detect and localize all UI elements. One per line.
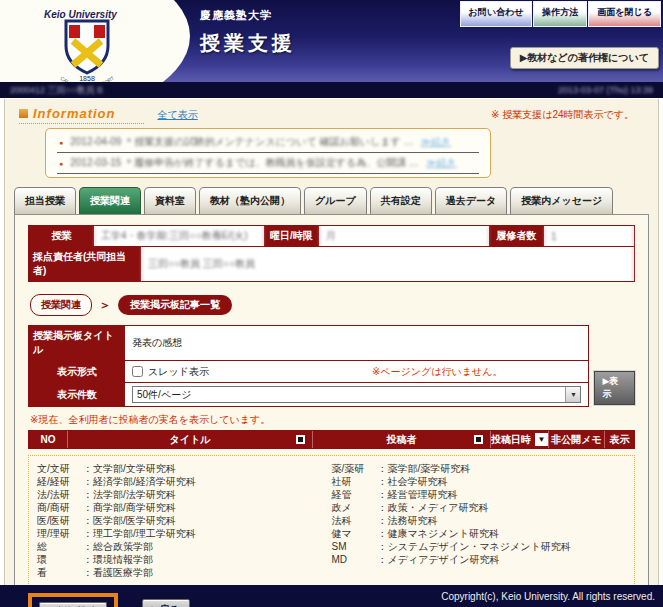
app-header: Keio University 1858 CALAMVS GLADIO FORT… [0, 0, 663, 82]
breadcrumb-parent[interactable]: 授業関連 [30, 294, 92, 316]
faculty-abbreviation-legend: 文/文研：文学部/文学研究科 経/経研：経済学部/経済学研究科 法/法研：法学部… [28, 455, 635, 586]
back-button[interactable]: ▶戻る [142, 599, 190, 607]
contact-button[interactable]: お問い合わせ [460, 1, 533, 27]
information-header-row: Information 全て表示 ※ 授業支援は24時間表示です。 [5, 99, 658, 124]
university-name: 慶應義塾大学 [200, 8, 296, 23]
sort-poster-button[interactable] [474, 435, 483, 444]
tab-past-data[interactable]: 過去データ [435, 187, 507, 214]
info-item-text: 2012-04-09 ＊授業支援の試験的メンテナンスについて 確認お願いします … [70, 135, 413, 149]
information-square-icon [19, 109, 28, 118]
course-info-table: 授業 工学4・春学期:三田○○教養E/(火) 曜日/時限 月 履修者数 1 採点… [28, 225, 635, 282]
course-info-row: 採点責任者(共同担当者) 三田○○教員 三田○○教員 [29, 246, 634, 281]
sort-title-button[interactable] [296, 435, 305, 444]
legend-item: 総：総合政策学部 [37, 540, 332, 553]
information-title: Information [33, 106, 116, 121]
class-label: 授業 [29, 226, 94, 246]
information-heading: Information [19, 106, 144, 124]
main-tab-bar: 担当授業 授業関連 資料室 教材（塾内公開） グループ 共有設定 過去データ 授… [14, 187, 658, 214]
logged-in-user: 2000412 三田○○教員 B [10, 84, 103, 97]
legend-item: 政メ：政策・メディア研究科 [332, 501, 627, 514]
breadcrumb-separator-icon: ＞ [99, 297, 111, 314]
info-item-more-link[interactable]: ≫続き [426, 156, 457, 170]
real-name-notice: ※現在、全利用者に投稿者の実名を表示しています。 [30, 413, 635, 427]
tab-my-classes[interactable]: 担当授業 [14, 187, 76, 214]
posts-table-header: NO タイトル 投稿者 投稿日時 ▼ 非公開メモ 表示 [28, 430, 635, 449]
legend-item: 法/法研：法学部/法学研究科 [37, 488, 332, 501]
display-count-row: 表示件数 50件/ページ ▼ [29, 382, 588, 406]
keio-shield-logo-icon: 1858 CALAMVS GLADIO FORTIOR [56, 19, 118, 82]
how-to-use-button[interactable]: 操作方法 [533, 1, 587, 27]
page-title: 授業支援 [200, 30, 296, 57]
column-poster-label: 投稿者 [387, 433, 417, 447]
tab-class-related[interactable]: 授業関連 [79, 187, 141, 214]
materials-copyright-button[interactable]: ▶教材などの著作権について [510, 47, 659, 69]
close-screen-button[interactable]: 画面を閉じる [588, 1, 661, 27]
user-status-bar: 2000412 三田○○教員 B 2013-03-07 (Thu) 13:39 [0, 82, 663, 99]
day-period-label: 曜日/時限 [264, 226, 319, 246]
legend-item: 経管：経営管理研究科 [332, 488, 627, 501]
current-datetime: 2013-03-07 (Thu) 13:39 [558, 85, 653, 95]
legend-item: 法科：法務研究科 [332, 514, 627, 527]
board-title-value: 発表の感想 [125, 326, 588, 360]
tab-share-settings[interactable]: 共有設定 [370, 187, 432, 214]
breadcrumb: 授業関連 ＞ 授業掲示板記事一覧 [30, 294, 635, 316]
header-titles: 慶應義塾大学 授業支援 [200, 8, 296, 57]
bullet-icon: ● [59, 160, 63, 167]
bullet-icon: ● [59, 139, 63, 146]
column-private-memo: 非公開メモ [548, 431, 604, 448]
column-no: NO [29, 431, 67, 448]
legend-item: 理/理研：理工学部/理工学研究科 [37, 527, 332, 540]
board-title-row: 授業掲示板タイトル 発表の感想 [29, 326, 588, 360]
legend-item: 医/医研：医学部/医学研究科 [37, 514, 332, 527]
tab-materials[interactable]: 教材（塾内公開） [199, 187, 301, 214]
tab-library[interactable]: 資料室 [144, 187, 196, 214]
legend-item: 商/商研：商学部/商学研究科 [37, 501, 332, 514]
day-period-value: 月 [319, 226, 489, 246]
course-info-row: 授業 工学4・春学期:三田○○教養E/(火) 曜日/時限 月 履修者数 1 [29, 226, 634, 246]
new-post-button[interactable]: ▶新規投稿 [39, 602, 107, 607]
legend-item: 環：環境情報学部 [37, 553, 332, 566]
info-list-item: ● 2012-03-15 ＊履修申告が終了するまでは、教職員を仮設定する為、公開… [57, 153, 479, 174]
board-form-table: 授業掲示板タイトル 発表の感想 表示形式 スレッド表示 ※ページングは行いません… [28, 325, 589, 407]
class-value: 工学4・春学期:三田○○教養E/(火) [94, 226, 264, 246]
legend-left-column: 文/文研：文学部/文学研究科 経/経研：経済学部/経済学研究科 法/法研：法学部… [37, 462, 332, 579]
thread-display-checkbox[interactable] [132, 366, 143, 377]
column-title-label: タイトル [170, 433, 211, 447]
tab-content-panel: 授業 工学4・春学期:三田○○教養E/(火) 曜日/時限 月 履修者数 1 採点… [14, 214, 649, 607]
information-box: ● 2012-04-09 ＊授業支援の試験的メンテナンスについて 確認お願いしま… [45, 128, 491, 178]
legend-right-column: 薬/薬研：薬学部/薬学研究科 社研：社会学研究科 経管：経営管理研究科 政メ：政… [332, 462, 627, 579]
show-all-link[interactable]: 全て表示 [158, 108, 198, 122]
svg-text:1858: 1858 [79, 75, 95, 82]
legend-item: SM：システムデザイン・マネジメント研究科 [332, 540, 627, 553]
info-item-more-link[interactable]: ≫続き [420, 135, 451, 149]
column-poster: 投稿者 [312, 431, 490, 448]
sort-datetime-button[interactable]: ▼ [535, 433, 548, 446]
copyright-text: Copyright(c), Keio University. All right… [441, 591, 655, 602]
tab-groups[interactable]: グループ [304, 187, 367, 214]
column-show: 表示 [604, 431, 634, 448]
dropdown-arrow-icon: ▼ [565, 387, 580, 402]
tab-class-messages[interactable]: 授業内メッセージ [510, 187, 613, 214]
no-paging-note: ※ページングは行いません。 [372, 365, 503, 379]
legend-item: 文/文研：文学部/文学研究科 [37, 462, 332, 475]
grader-value: 三田○○教員 三田○○教員 [141, 247, 634, 281]
info-list-item: ● 2012-04-09 ＊授業支援の試験的メンテナンスについて 確認お願いしま… [57, 132, 479, 153]
info-item-text: 2012-03-15 ＊履修申告が終了するまでは、教職員を仮設定する為、公開講 … [70, 156, 419, 170]
display-format-row: 表示形式 スレッド表示 ※ページングは行いません。 [29, 360, 588, 382]
show-button[interactable]: ▶表示 [594, 371, 635, 405]
display-format-value: スレッド表示 ※ページングは行いません。 [125, 361, 588, 382]
page-size-selected-option: 50件/ページ [137, 388, 191, 402]
legend-item: 薬/薬研：薬学部/薬学研究科 [332, 462, 627, 475]
column-title: タイトル [67, 431, 312, 448]
keio-class-support-page: Keio University 1858 CALAMVS GLADIO FORT… [0, 0, 663, 607]
enrolled-count-label: 履修者数 [489, 226, 544, 246]
enrolled-count-value: 1 [544, 226, 634, 246]
board-title-label: 授業掲示板タイトル [29, 326, 125, 360]
header-nav: お問い合わせ 操作方法 画面を閉じる [460, 1, 661, 27]
display-count-value: 50件/ページ ▼ [125, 383, 588, 406]
grader-label: 採点責任者(共同担当者) [29, 247, 141, 281]
column-post-datetime: 投稿日時 ▼ [490, 431, 548, 448]
board-form-wrap: 授業掲示板タイトル 発表の感想 表示形式 スレッド表示 ※ページングは行いません… [28, 325, 635, 407]
page-size-select[interactable]: 50件/ページ ▼ [132, 386, 581, 403]
column-post-datetime-label: 投稿日時 [491, 433, 531, 447]
